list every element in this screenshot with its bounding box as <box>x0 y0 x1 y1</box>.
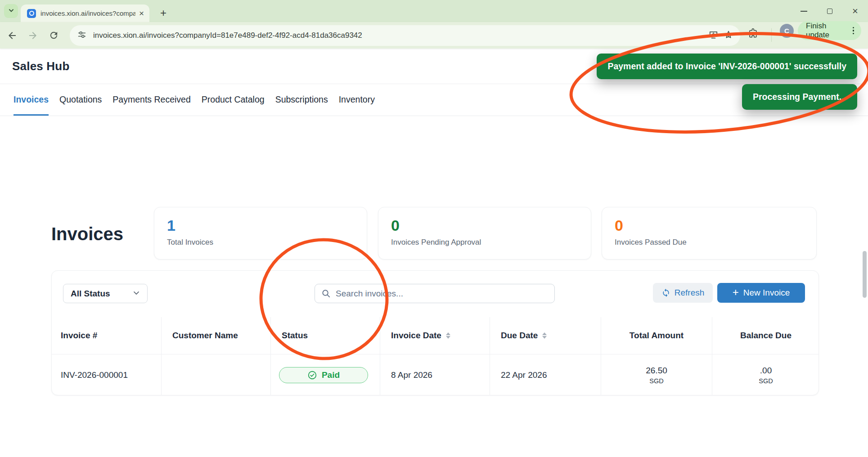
bookmark-star-icon[interactable] <box>723 29 734 42</box>
stat-label-total: Total Invoices <box>167 238 354 247</box>
col-header-invoice-date[interactable]: Invoice Date <box>380 317 490 354</box>
refresh-label: Refresh <box>675 288 705 298</box>
stat-label-passed-due: Invoices Passed Due <box>615 238 804 247</box>
stat-card-passed-due: 0 Invoices Passed Due <box>602 207 817 260</box>
install-app-icon[interactable] <box>708 30 719 42</box>
nav-tab-product-catalog[interactable]: Product Catalog <box>202 84 265 116</box>
stat-value-pending: 0 <box>391 217 578 234</box>
col-header-total-amount[interactable]: Total Amount <box>601 317 712 354</box>
cell-customer-name <box>161 354 270 395</box>
chevron-down-icon <box>8 7 15 16</box>
table-row[interactable]: INV-2026-000001 Paid 8 Apr 2026 22 Apr 2… <box>52 354 819 395</box>
tab-close-icon[interactable]: × <box>139 9 144 18</box>
site-info-icon[interactable] <box>77 30 87 41</box>
refresh-button[interactable]: Refresh <box>653 283 713 303</box>
back-arrow-icon <box>9 32 16 39</box>
toolbar-divider <box>771 28 772 42</box>
nav-tab-invoices[interactable]: Invoices <box>13 84 49 116</box>
close-window-button[interactable]: × <box>842 0 868 22</box>
toast-processing-payment: Processing Payment... <box>742 84 857 110</box>
col-header-status[interactable]: Status <box>270 317 380 354</box>
finish-update-button[interactable]: Finish update <box>798 21 861 40</box>
url-text[interactable]: invoices.xion.ai/invoices?companyId=81e7… <box>93 31 708 40</box>
balance-due-value: .00 <box>760 366 772 376</box>
site-favicon-icon <box>27 9 36 18</box>
total-amount-value: 26.50 <box>646 366 667 376</box>
new-tab-button[interactable]: + <box>156 5 171 21</box>
stat-value-total: 1 <box>167 217 354 234</box>
nav-tab-subscriptions[interactable]: Subscriptions <box>275 84 328 116</box>
browser-menu-button[interactable] <box>4 4 18 18</box>
col-header-customer-name[interactable]: Customer Name <box>161 317 270 354</box>
maximize-icon <box>827 9 832 14</box>
address-bar[interactable]: invoices.xion.ai/invoices?companyId=81e7… <box>70 25 740 46</box>
forward-button[interactable] <box>22 25 43 46</box>
main-content: Invoices 1 Total Invoices 0 Invoices Pen… <box>0 116 868 457</box>
sort-icon[interactable] <box>542 332 547 339</box>
toast-payment-success: Payment added to Invoice 'INV-2026-00000… <box>597 54 857 79</box>
chevron-down-icon <box>132 288 141 299</box>
back-button[interactable] <box>2 25 22 46</box>
kebab-menu-icon[interactable] <box>851 25 856 36</box>
status-badge-label: Paid <box>322 370 340 380</box>
tab-strip: invoices.xion.ai/invoices?compa × + × <box>0 0 868 22</box>
extensions-icon[interactable] <box>748 28 759 40</box>
stat-value-passed-due: 0 <box>615 217 804 234</box>
tab-title: invoices.xion.ai/invoices?compa <box>40 9 135 17</box>
table-header-row: Invoice # Customer Name Status Invoice D… <box>52 317 819 354</box>
cell-balance-due: .00 SGD <box>712 354 819 395</box>
web-page: Sales Hub Invoices Quotations Payments R… <box>0 49 868 457</box>
cell-invoice-date: 8 Apr 2026 <box>380 354 490 395</box>
status-filter-select[interactable]: All Status <box>63 284 148 303</box>
col-header-invoice-number[interactable]: Invoice # <box>52 317 161 354</box>
cell-status: Paid <box>270 354 380 395</box>
new-invoice-button[interactable]: + New Invoice <box>717 283 805 303</box>
search-input[interactable] <box>315 284 555 303</box>
finish-update-label: Finish update <box>806 22 851 40</box>
balance-due-currency: SGD <box>759 377 773 385</box>
sort-icon[interactable] <box>446 332 450 339</box>
nav-tab-inventory[interactable]: Inventory <box>339 84 375 116</box>
check-circle-icon <box>307 370 317 380</box>
nav-tab-payments-received[interactable]: Payments Received <box>112 84 190 116</box>
profile-avatar[interactable]: C <box>780 24 794 38</box>
cell-due-date: 22 Apr 2026 <box>490 354 601 395</box>
cell-total-amount: 26.50 SGD <box>601 354 712 395</box>
plus-icon: + <box>733 287 739 298</box>
primary-nav: Invoices Quotations Payments Received Pr… <box>0 84 868 116</box>
col-header-due-date[interactable]: Due Date <box>490 317 601 354</box>
refresh-icon <box>661 288 670 297</box>
browser-tab[interactable]: invoices.xion.ai/invoices?compa × <box>21 4 149 22</box>
browser-chrome: invoices.xion.ai/invoices?compa × + × in… <box>0 0 868 49</box>
invoices-panel: All Status Refresh + New Invoice <box>51 270 819 395</box>
stat-label-pending: Invoices Pending Approval <box>391 238 578 247</box>
maximize-button[interactable] <box>817 0 842 22</box>
cell-invoice-number[interactable]: INV-2026-000001 <box>52 354 161 395</box>
reload-icon <box>50 32 57 39</box>
app-title: Sales Hub <box>12 59 70 73</box>
nav-tab-quotations[interactable]: Quotations <box>59 84 102 116</box>
new-invoice-label: New Invoice <box>743 288 790 298</box>
status-badge: Paid <box>279 367 368 383</box>
minimize-icon <box>801 11 807 12</box>
minimize-button[interactable] <box>791 0 817 22</box>
total-amount-currency: SGD <box>649 377 663 385</box>
status-filter-value: All Status <box>71 289 132 299</box>
search-icon <box>321 288 331 300</box>
forward-arrow-icon <box>29 32 36 39</box>
reload-button[interactable] <box>43 25 64 46</box>
page-scrollbar-thumb[interactable] <box>863 251 867 298</box>
stat-card-total-invoices: 1 Total Invoices <box>154 207 367 260</box>
stat-card-pending-approval: 0 Invoices Pending Approval <box>378 207 591 260</box>
window-controls: × <box>791 0 868 22</box>
page-title: Invoices <box>51 224 123 244</box>
col-header-balance-due[interactable]: Balance Due <box>712 317 819 354</box>
